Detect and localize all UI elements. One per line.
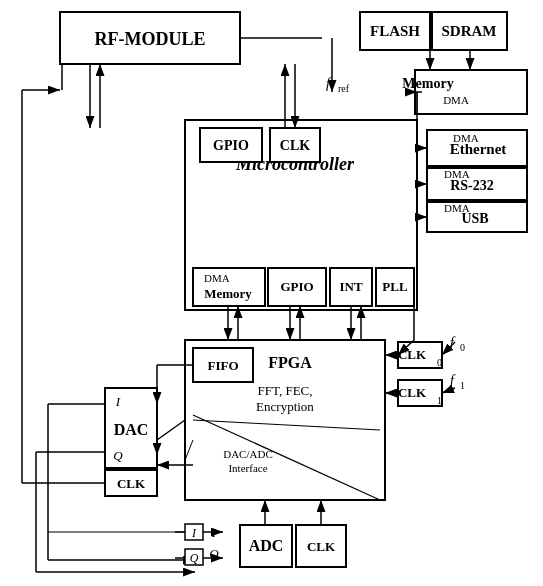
dac-adc-interface-label: DAC/ADC <box>223 448 273 460</box>
flash-label: FLASH <box>370 23 420 39</box>
fpga-label: FPGA <box>268 354 312 371</box>
svg-line-53 <box>157 420 185 440</box>
rf-module-label: RF-MODULE <box>95 29 206 49</box>
f1-label: f <box>450 373 456 388</box>
usb-label: USB <box>461 211 488 226</box>
memory-bottom-label: Memory <box>204 286 252 301</box>
fifo-label: FIFO <box>207 358 238 373</box>
system-diagram: RF-MODULE FLASH SDRAM Memory DMA DMA Eth… <box>0 0 543 586</box>
dma-memory-label: DMA <box>443 94 469 106</box>
dma-memory-bottom-label: DMA <box>204 272 230 284</box>
svg-line-48 <box>442 388 455 393</box>
encryption-label: Encryption <box>256 399 314 414</box>
gpio-bottom-label: GPIO <box>280 279 313 294</box>
dac-adc-interface-label2: Interface <box>228 462 267 474</box>
q-adc-box: Q <box>190 551 199 565</box>
int-label: INT <box>339 279 362 294</box>
f1-sub: 1 <box>460 380 465 391</box>
dac-label: DAC <box>114 421 149 438</box>
pll-label: PLL <box>382 279 408 294</box>
clk-dac-label: CLK <box>117 476 146 491</box>
clk1-sub: 1 <box>437 395 442 406</box>
f-ref-label: f <box>326 76 332 91</box>
i-dac-label: I <box>115 394 121 409</box>
f-ref-sub: ref <box>338 83 350 94</box>
gpio-top-label: GPIO <box>213 138 249 153</box>
clk0-sub: 0 <box>437 357 442 368</box>
clk1-label: CLK <box>398 385 427 400</box>
fft-fec-label: FFT, FEC, <box>257 383 312 398</box>
clk-adc-label: CLK <box>307 539 336 554</box>
clk0-label: CLK <box>398 347 427 362</box>
f0-sub: 0 <box>460 342 465 353</box>
sdram-label: SDRAM <box>442 23 497 39</box>
adc-label: ADC <box>249 537 284 554</box>
ethernet-label: Ethernet <box>450 141 507 157</box>
rs232-label: RS-232 <box>450 178 494 193</box>
clk-top-label: CLK <box>280 138 310 153</box>
memory-dma-label: Memory <box>402 76 453 91</box>
q-dac-label: Q <box>113 448 123 463</box>
